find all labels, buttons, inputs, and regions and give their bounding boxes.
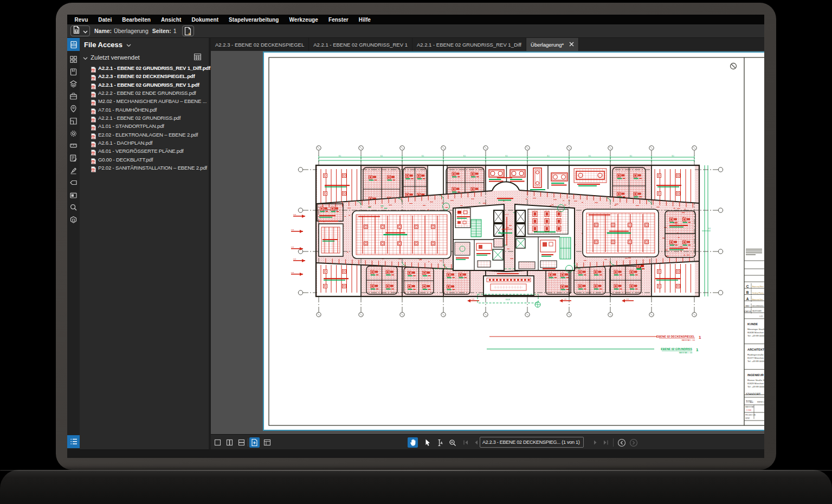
document-tab[interactable]: A2.2.1 - EBENE 02 GRUNDRISS_REV 1_Diff (412, 38, 526, 51)
overlay-doc-dropdown[interactable] (70, 25, 90, 36)
select-tool-button[interactable] (422, 437, 433, 448)
svg-text:x.xx: x.xx (293, 214, 296, 216)
file-name: G0.00 - DECKBLATT.pdf (98, 157, 153, 163)
pan-tool-button[interactable] (408, 437, 418, 448)
document-canvas[interactable]: 8,18,18,18,18,18,18,18,18,18,1x.xxx.xxx.… (211, 51, 764, 434)
page-select-combo[interactable]: A2.2.3 - EBENE 02 DECKENSPIEG... (1 von … (480, 437, 584, 448)
layers-icon[interactable] (67, 78, 80, 91)
svg-text:Tel: +49 89 000000: Tel: +49 89 000000 (747, 385, 764, 388)
text-select-button[interactable] (434, 437, 444, 448)
split-horizontal-button[interactable] (236, 437, 247, 448)
recent-file-item[interactable]: A2.2.1 - EBENE 02 GRUNDRISS.pdf (80, 114, 209, 122)
3d-model-icon[interactable] (67, 189, 80, 202)
recent-file-item[interactable]: G0.00 - DECKBLATT.pdf (80, 156, 209, 164)
recent-file-item[interactable]: A6.01 - VERGRÖSSERTE PLÄNE.pdf (80, 147, 209, 155)
svg-text:BAUEINGABE: BAUEINGABE (752, 310, 762, 312)
recent-file-item[interactable]: A2.2.1 - EBENE 02 GRUNDRISS_REV 1_Diff.p… (80, 64, 209, 72)
statusbar-divider (248, 438, 248, 447)
menu-item-werkzeuge[interactable]: Werkzeuge (284, 17, 324, 23)
svg-text:KUNDE: KUNDE (747, 322, 758, 326)
svg-text:x.xx: x.xx (293, 258, 296, 260)
menu-item-hilfe[interactable]: Hilfe (353, 17, 376, 23)
measure-icon[interactable] (67, 140, 80, 152)
dashboard-view-button[interactable] (262, 437, 272, 448)
svg-text:8,1: 8,1 (339, 155, 341, 157)
spaces-icon[interactable] (67, 115, 80, 127)
svg-text:TITEL:: TITEL: (746, 400, 754, 403)
links-icon[interactable] (67, 214, 80, 226)
svg-text:C: C (746, 285, 749, 288)
recent-file-item[interactable]: A2.6.1 - DACHPLAN.pdf (80, 139, 209, 147)
location-pin-icon[interactable] (67, 102, 80, 115)
recent-file-item[interactable]: A1.01 - STANDORTPLAN.pdf (80, 122, 209, 130)
signature-icon[interactable] (67, 164, 80, 177)
svg-text:3232: 3232 (745, 417, 750, 419)
recent-file-item[interactable]: A2.2.3 - EBENE 02 DECKENSPIEGEL.pdf (80, 72, 209, 80)
svg-text:8,1: 8,1 (380, 155, 383, 157)
add-page-button[interactable] (182, 25, 194, 36)
pdf-file-icon (91, 65, 96, 71)
toolbox-icon[interactable] (67, 90, 80, 102)
file-access-panel-button[interactable] (67, 38, 80, 51)
recent-file-item[interactable]: M2.02 - MECHANISCHER AUFBAU – EBENE ... (80, 97, 209, 105)
menu-item-bearbeiten[interactable]: Bearbeiten (117, 17, 156, 23)
menu-item-dokument[interactable]: Dokument (186, 17, 224, 23)
previous-page-button[interactable] (471, 437, 481, 448)
laptop-base (0, 470, 832, 504)
svg-text:81829 München: 81829 München (747, 382, 764, 385)
zoom-tool-button[interactable] (447, 437, 457, 448)
svg-text:REV: REV (746, 305, 750, 307)
document-tab[interactable]: A2.2.1 - EBENE 02 GRUNDRISS_REV 1 (309, 38, 412, 51)
first-page-button[interactable] (461, 437, 471, 448)
single-page-view-button[interactable] (212, 437, 223, 448)
document-tab[interactable]: A2.2.3 - EBENE 02 DECKENSPIEGEL (211, 38, 309, 51)
recent-section-header[interactable]: Zuletzt verwendet (80, 51, 209, 64)
markup-summary-icon[interactable] (67, 152, 80, 164)
svg-text:B: B (746, 290, 749, 294)
menu-item-revu[interactable]: Revu (69, 17, 93, 23)
pages-value: 1 (173, 28, 177, 34)
bookmarks-icon[interactable] (67, 66, 80, 78)
recent-file-item[interactable]: A2.2.2 - EBENE 02 ENDE GRUNDRISS.pdf (80, 89, 209, 97)
svg-text:Anpassung Kern: Anpassung Kern (752, 299, 763, 301)
svg-text:EBENE 02: EBENE 02 (757, 401, 764, 403)
document-tab[interactable]: Überlagerung* (526, 38, 579, 51)
chevron-down-icon[interactable] (126, 40, 131, 49)
menu-item-stapelverarbeitung[interactable]: Stapelverarbeitung (224, 17, 284, 23)
pdf-page[interactable]: 8,18,18,18,18,18,18,18,18,18,1x.xxx.xxx.… (263, 51, 764, 431)
name-value: Überlagerung (114, 28, 149, 34)
next-page-button[interactable] (590, 437, 601, 448)
svg-text:MASSSTAB 1 : 100: MASSSTAB 1 : 100 (679, 352, 693, 354)
pages-label: Seiten: (152, 28, 171, 34)
file-access-panel: File Access Zuletzt verwendet A2.2.1 - E… (80, 38, 209, 449)
menu-item-ansicht[interactable]: Ansicht (156, 17, 186, 23)
split-vertical-button[interactable] (224, 437, 235, 448)
search-icon[interactable] (67, 202, 80, 214)
menu-item-datei[interactable]: Datei (93, 17, 117, 23)
sync-view-button[interactable] (249, 437, 260, 448)
recent-file-item[interactable]: A7.01 - RAUMHÖHEN.pdf (80, 106, 209, 114)
flag-tag-icon[interactable] (67, 177, 80, 189)
recent-file-item[interactable]: A2.2.1 - EBENE 02 GRUNDRISS_REV 1.pdf (80, 81, 209, 89)
svg-text:PROJEKT-NR.: PROJEKT-NR. (745, 414, 756, 416)
menu-item-fenster[interactable]: Fenster (323, 17, 353, 23)
close-tab-icon[interactable] (569, 42, 574, 48)
settings-gear-icon[interactable] (67, 127, 80, 140)
tab-label: Überlagerung* (531, 42, 564, 48)
svg-text:8.8.8: 8.8.8 (506, 299, 510, 301)
recent-file-item[interactable]: P2.02 - SANITÄRINSTALLATION – EBENE 2.pd… (80, 164, 209, 172)
grid-view-icon[interactable] (194, 53, 202, 63)
markup-list-button[interactable] (67, 435, 80, 448)
svg-text:8,1: 8,1 (547, 155, 550, 157)
back-view-button[interactable] (616, 437, 627, 448)
pdf-file-icon (91, 98, 96, 104)
thumbnails-icon[interactable] (67, 53, 80, 66)
svg-text:x.xx: x.xx (291, 272, 294, 274)
last-page-button[interactable] (601, 437, 611, 448)
pdf-file-icon (91, 157, 96, 163)
forward-view-button[interactable] (628, 437, 638, 448)
recent-file-item[interactable]: E2.02 - ELEKTROANLAGEN – EBENE 2.pdf (80, 131, 209, 139)
status-bar: A2.2.3 - EBENE 02 DECKENSPIEG... (1 von … (211, 434, 764, 449)
svg-text:STATUS: STATUS (744, 311, 752, 313)
panel-header: File Access (80, 38, 209, 51)
